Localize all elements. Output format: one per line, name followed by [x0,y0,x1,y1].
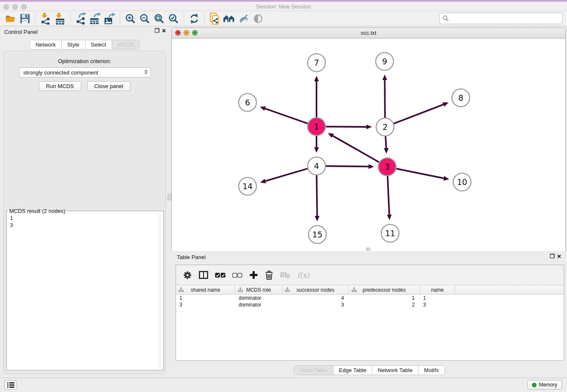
graph-edge-1-6[interactable] [260,106,308,124]
close-panel-button[interactable]: Close panel [87,81,131,91]
node-table: shared nameMCDS rolesuccessor nodesprede… [176,285,564,360]
delete-table-button[interactable] [280,269,290,282]
svg-text:15: 15 [312,230,322,239]
graph-edge-1-4[interactable] [314,136,319,153]
tab-network-table[interactable]: Network Table [372,366,418,375]
graph-node-14[interactable]: 14 [239,177,256,195]
float-panel-icon[interactable]: ❐ [154,28,160,34]
column-header-MCDS-role[interactable]: MCDS role [235,285,282,294]
import-table-button[interactable] [53,12,67,25]
deselect-all-button[interactable] [232,269,242,282]
zoom-selected-button[interactable] [166,12,181,25]
mcds-result-title: MCDS result (2 nodes) [8,208,66,214]
show-all-button[interactable] [251,12,265,25]
tab-style[interactable]: Style [61,40,85,49]
select-all-button[interactable] [215,269,226,282]
svg-text:1: 1 [314,122,319,131]
close-table-panel-icon[interactable]: × [557,254,561,259]
graph-node-15[interactable]: 15 [308,226,326,243]
graph-edge-2-9[interactable] [383,75,387,118]
column-header-successor-nodes[interactable]: successor nodes [282,285,349,294]
graph-node-8[interactable]: 8 [452,89,470,107]
graph-edge-4-3[interactable] [326,164,374,169]
graph-edge-3-10[interactable] [396,168,449,180]
graph-edge-3-11[interactable] [387,176,391,220]
horizontal-splitter-grip[interactable] [366,248,370,251]
graph-node-11[interactable]: 11 [381,224,399,242]
tab-network[interactable]: Network [30,40,61,49]
first-neighbors-button[interactable] [222,12,237,25]
graph-edge-3-1[interactable] [328,133,379,162]
graph-node-1[interactable]: 1 [308,118,325,135]
vertical-splitter-grip[interactable] [168,194,171,200]
duplicate-network-icon [209,13,220,25]
float-table-panel-icon[interactable]: ❐ [550,254,555,259]
export-image-button[interactable] [102,12,117,25]
graph-node-2[interactable]: 2 [376,118,394,136]
save-session-button[interactable] [18,12,32,25]
graph-edge-4-14[interactable] [260,168,308,183]
tab-select[interactable]: Select [85,40,112,49]
task-history-button[interactable] [4,380,17,389]
table-row[interactable]: 3dominator323 [176,301,564,308]
zoom-out-button[interactable] [138,12,152,25]
zoom-in-button[interactable] [123,12,138,25]
tab-motifs[interactable]: Motifs [418,366,444,375]
function-builder-button[interactable]: f(x) [297,269,309,282]
import-network-icon [40,13,52,25]
graph-node-6[interactable]: 6 [239,94,256,111]
tab-mcds[interactable]: MCDS [112,40,139,49]
run-mcds-button[interactable]: Run MCDS [39,81,81,91]
toolbar-separator [70,13,71,25]
graph-edge-2-3[interactable] [384,136,388,154]
search-icon [443,15,449,22]
search-input[interactable] [451,14,562,23]
svg-text:3: 3 [385,162,390,171]
network-canvas[interactable]: 7968124314101511 [172,39,565,251]
table-row[interactable]: 1dominator411 [176,295,564,301]
table-panel: Table Panel ❐ × [171,253,567,377]
result-scrollbar[interactable] [158,214,163,370]
delete-row-button[interactable] [265,269,273,282]
tab-node-table[interactable]: Node Table [294,366,333,375]
open-session-button[interactable] [3,12,18,25]
graph-edge-1-7[interactable] [314,76,319,117]
column-header-name[interactable]: name [420,285,455,294]
graph-node-4[interactable]: 4 [308,157,325,175]
apply-layout-button[interactable] [187,12,201,25]
column-header-shared-name[interactable]: shared name [176,285,235,294]
mcds-result-text[interactable]: 13 [7,214,163,370]
network-window-titlebar[interactable]: × − + scc.txt [172,28,565,39]
zoom-fit-button[interactable] [152,12,166,25]
control-panel-header: Control Panel ❐ × [0,26,169,37]
add-row-button[interactable] [249,269,258,282]
show-columns-button[interactable] [199,269,208,282]
table-settings-button[interactable] [183,269,192,282]
graph-edge-2-8[interactable] [394,102,449,124]
close-panel-icon[interactable]: × [162,28,166,34]
import-network-button[interactable] [39,12,53,25]
hide-selected-icon [239,14,249,24]
column-header-predecessor-nodes[interactable]: predecessor nodes [349,285,420,294]
control-panel-tabstrip: NetworkStyleSelectMCDS [30,40,140,50]
hide-selected-button[interactable] [237,12,251,25]
graph-node-9[interactable]: 9 [376,52,394,70]
cell-shared-name: 1 [176,295,235,301]
status-bar: Memory [0,378,567,392]
graph-node-10[interactable]: 10 [453,173,471,191]
graph-node-7[interactable]: 7 [308,54,325,72]
zoom-selected-icon [168,14,179,24]
save-icon [20,14,30,24]
memory-button[interactable]: Memory [527,380,562,389]
tab-edge-table[interactable]: Edge Table [333,366,372,375]
svg-text:14: 14 [242,182,253,191]
duplicate-network-button[interactable] [208,12,222,25]
criterion-select[interactable]: strongly connected component [19,67,151,77]
folder-open-icon [5,14,16,23]
graph-edge-1-2[interactable] [326,124,372,129]
export-network-button[interactable] [74,12,88,25]
graph-edge-4-15[interactable] [315,175,319,221]
export-table-button[interactable] [88,12,102,25]
refresh-icon [189,14,199,24]
graph-node-3[interactable]: 3 [378,158,396,176]
